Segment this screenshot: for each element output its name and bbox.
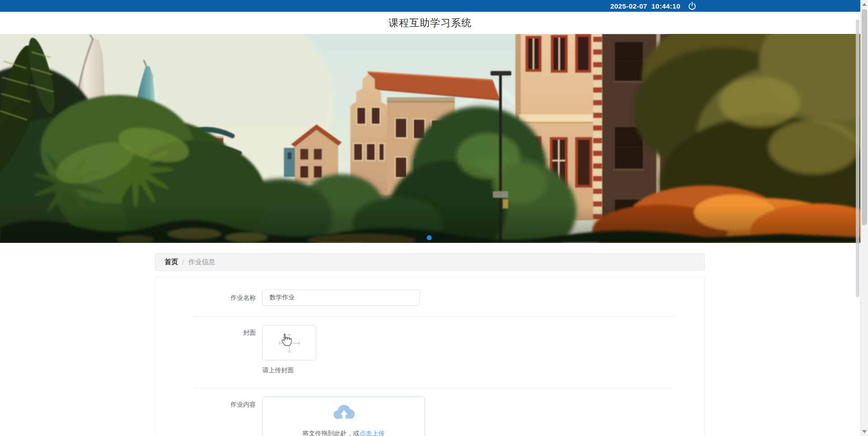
power-icon[interactable] [687, 1, 697, 11]
dragger-text: 将文件拖到此处，或点击上传 [263, 430, 425, 436]
cover-label: 封面 [156, 328, 256, 337]
homework-content-label: 作业内容 [156, 399, 256, 409]
breadcrumb: 首页 / 作业信息 [155, 253, 705, 271]
scrollbar-up-arrow[interactable] [862, 3, 867, 6]
divider [194, 388, 674, 389]
page: 2025-02-07 10:44:10 课程互助学习系统 [0, 0, 868, 436]
homework-form-panel: 作业名称 封面 请上传封面 作业内容 [155, 277, 705, 436]
scrollbar-thumb[interactable] [862, 9, 867, 225]
breadcrumb-home-link[interactable]: 首页 [165, 258, 178, 266]
carousel-dot-active[interactable] [427, 235, 432, 240]
hand-cursor [280, 332, 292, 346]
site-header: 课程互助学习系统 [0, 12, 860, 34]
topbar-content: 2025-02-07 10:44:10 [610, 0, 697, 12]
os-scrollbar [860, 0, 868, 436]
power-icon-glyph [688, 1, 697, 10]
page-title: 课程互助学习系统 [389, 16, 472, 30]
breadcrumb-separator: / [182, 258, 184, 266]
cover-upload-box[interactable] [262, 325, 316, 360]
divider [194, 316, 674, 317]
homework-name-label: 作业名称 [156, 289, 256, 306]
breadcrumb-current: 作业信息 [188, 258, 215, 266]
banner-carousel [0, 34, 860, 243]
dragger-text-static: 将文件拖到此处，或 [302, 430, 359, 436]
cover-upload-hint: 请上传封面 [262, 366, 294, 374]
scrollbar-down-arrow[interactable] [862, 430, 867, 433]
banner-image [0, 34, 860, 243]
inner-scrollbar-thumb[interactable] [856, 19, 859, 297]
content-upload-dragger[interactable]: 将文件拖到此处，或点击上传 [262, 397, 425, 436]
click-upload-link[interactable]: 点击上传 [359, 430, 385, 436]
datetime-text: 2025-02-07 10:44:10 [610, 2, 680, 10]
cloud-upload-icon [332, 403, 356, 423]
homework-name-input[interactable] [262, 289, 420, 306]
topbar: 2025-02-07 10:44:10 [0, 0, 860, 12]
